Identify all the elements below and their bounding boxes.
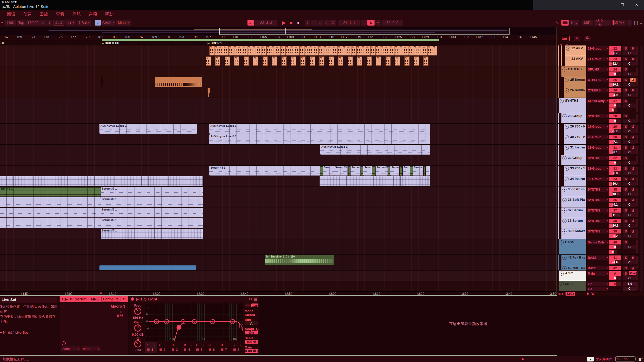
close-button[interactable]: ✕	[629, 0, 644, 10]
track-number-badge[interactable]: 39	[609, 229, 621, 233]
stop-button[interactable]: ■	[288, 20, 295, 26]
routing-select[interactable]: OTHERS▾	[587, 88, 608, 92]
clip[interactable]: Al	[285, 46, 290, 55]
clip[interactable]: Al	[356, 46, 361, 55]
routing-select[interactable]: SYNTHS▾	[587, 187, 608, 192]
maximize-button[interactable]: ☐	[615, 0, 630, 10]
macro-knob[interactable]	[62, 341, 66, 345]
clip[interactable]	[0, 197, 101, 207]
track-fold-icon[interactable]: ▾	[562, 229, 567, 233]
clip[interactable]: Seru	[403, 166, 410, 176]
track-number-badge[interactable]: 40	[609, 240, 621, 244]
track-number-badge[interactable]: 31	[609, 145, 621, 150]
volume-field[interactable]: -4.9	[609, 93, 621, 97]
gain-knob[interactable]	[134, 324, 141, 332]
clip[interactable]	[320, 166, 323, 176]
clip[interactable]	[372, 166, 375, 176]
volume-field[interactable]: -0.2	[609, 234, 621, 238]
track-name[interactable]: ▾41 7s - Bassline	[561, 255, 586, 265]
volume-field[interactable]: -10.1	[609, 83, 621, 87]
clip[interactable]: Al	[314, 46, 319, 55]
pan-control[interactable]: C	[623, 103, 636, 108]
lane-23[interactable]	[0, 56, 557, 66]
clip[interactable]: Al	[329, 56, 334, 66]
clip[interactable]: 7s - Bassline_1_C#_150	[265, 255, 334, 265]
track-name[interactable]: ▾36 Soft Piano	[561, 197, 586, 207]
overdub-button[interactable]: +	[305, 20, 310, 26]
record-button[interactable]: ●	[295, 20, 302, 26]
clip[interactable]: Serum #3 1	[101, 229, 203, 239]
wrench-icon[interactable]: ⚙	[70, 297, 73, 301]
configure-button[interactable]: Configure	[101, 297, 120, 301]
band-enable-checkbox[interactable]	[184, 348, 186, 351]
routing-select[interactable]: SYNTHS▾	[587, 114, 608, 118]
meter-dropdown-icon[interactable]: ▾	[641, 358, 643, 360]
track-number-badge[interactable]: 34	[609, 177, 621, 181]
track-fold-icon[interactable]: ▾	[560, 272, 564, 276]
clip[interactable]: Al	[423, 56, 428, 66]
track-row-37[interactable]: ▾37 SerumSYNTHS▾37S-11.5C	[557, 207, 644, 218]
clip[interactable]: Al	[399, 46, 404, 55]
locator[interactable]: ▶DROP 1	[208, 41, 222, 45]
clip[interactable]: Al	[375, 46, 380, 55]
q-knob[interactable]	[134, 340, 141, 347]
track-name[interactable]: ▾38 Serum	[561, 218, 586, 228]
loop-region[interactable]	[102, 39, 439, 41]
clip[interactable]: Al	[370, 46, 375, 55]
volume-field[interactable]: 0	[609, 119, 621, 123]
menu-item-3[interactable]: 查看	[54, 11, 66, 18]
volume-field[interactable]: -7.1	[609, 140, 621, 144]
eq-spectrum-graph[interactable]: 234567811260-6-121001k10k	[145, 303, 243, 341]
routing-select[interactable]: 32-Group▾	[587, 177, 608, 181]
arm-button[interactable]	[630, 135, 636, 139]
lane-bass[interactable]	[0, 239, 557, 255]
filter-type-icon[interactable]: ◇	[171, 343, 174, 347]
track-fold-icon[interactable]: ▾	[566, 46, 570, 51]
chevron-down-icon[interactable]: ▾	[228, 344, 229, 346]
filter-type-icon[interactable]: /	[147, 343, 148, 347]
arm-button[interactable]	[630, 229, 636, 233]
volume-field[interactable]: 0	[609, 72, 621, 76]
pan-control[interactable]: C	[623, 72, 636, 76]
hotswap-icon[interactable]: ↻	[249, 297, 252, 301]
clip[interactable]: Al	[390, 46, 394, 55]
group-fold-icon[interactable]: ≡	[560, 99, 564, 103]
track-row-42[interactable]: ▾42 760 - Nice DeBASS▾42S	[557, 265, 644, 271]
draw-icon[interactable]: ✎	[574, 36, 580, 41]
arm-button[interactable]	[630, 177, 636, 181]
clip[interactable]: Serum #3 1	[413, 166, 423, 176]
hotswap-icon[interactable]: ↻	[122, 297, 126, 301]
clip[interactable]: Al	[432, 46, 437, 55]
piano-zoom-icon[interactable]: ▮▯▮	[558, 292, 563, 295]
track-row-28[interactable]: ≡28 GroupSYNTHS▾28S0C	[557, 113, 644, 124]
chevron-down-icon[interactable]: ▾	[166, 344, 167, 346]
menu-item-0[interactable]: 编辑	[5, 11, 17, 18]
lane-39[interactable]	[0, 228, 557, 239]
filter-type-icon[interactable]: ◇	[208, 343, 211, 347]
routing-select[interactable]: 28-Group▾	[587, 145, 608, 150]
minimize-button[interactable]: ─	[600, 0, 614, 10]
routing-select[interactable]: SYNTHS▾	[587, 198, 608, 202]
device-power-icon[interactable]	[62, 297, 63, 301]
clip[interactable]: Al	[234, 56, 239, 66]
lane-31[interactable]	[0, 145, 557, 155]
track-number-badge[interactable]: 24	[609, 67, 621, 72]
lock-icon[interactable]	[584, 36, 591, 41]
clip[interactable]: Al	[247, 46, 252, 55]
clip[interactable]: Al	[361, 46, 366, 55]
volume-field[interactable]: -11.5	[609, 213, 621, 217]
routing-select[interactable]: 28-Group▾	[587, 135, 608, 139]
menu-item-6[interactable]: 帮助	[103, 11, 116, 18]
clip[interactable]	[348, 166, 350, 176]
clip[interactable]: Al	[418, 46, 423, 55]
routing-select[interactable]: SYNTHS▾	[587, 229, 608, 233]
pan-control[interactable]: C	[623, 245, 636, 249]
clip[interactable]: Serum	[351, 166, 360, 176]
clip[interactable]: Al	[394, 46, 399, 55]
routing-select[interactable]: Sends Only▾	[587, 99, 608, 103]
overview-viewport-box[interactable]	[219, 28, 510, 35]
zoom-width-button[interactable]: W	[591, 292, 594, 296]
clip[interactable]: Al	[290, 46, 295, 55]
solo-button[interactable]: S	[623, 229, 628, 233]
routing-select[interactable]: 21-Group▾	[587, 46, 608, 51]
